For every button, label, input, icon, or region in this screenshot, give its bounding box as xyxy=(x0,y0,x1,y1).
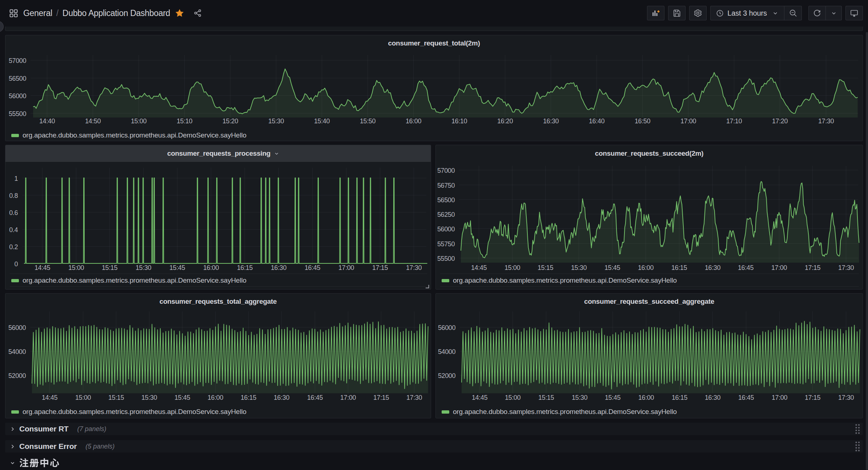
svg-text:57000: 57000 xyxy=(437,167,455,174)
legend-label: org.apache.dubbo.samples.metrics.prometh… xyxy=(453,276,677,284)
svg-text:17:00: 17:00 xyxy=(338,264,354,271)
drag-handle-icon[interactable] xyxy=(855,423,861,434)
svg-text:16:45: 16:45 xyxy=(305,264,320,271)
time-range-picker[interactable]: Last 3 hours xyxy=(710,6,784,20)
svg-text:15:50: 15:50 xyxy=(360,118,375,125)
chart-plot[interactable]: 5550055750560005625056500567505700014:45… xyxy=(436,145,863,289)
row-header-consumer-error[interactable]: Consumer Error (5 panels) xyxy=(5,440,863,453)
drag-handle-icon[interactable] xyxy=(855,441,861,452)
dashboard-settings-button[interactable] xyxy=(689,6,707,20)
svg-text:17:30: 17:30 xyxy=(406,394,422,401)
breadcrumb-page-title[interactable]: Dubbo Application Dashboard xyxy=(63,8,170,18)
legend-label: org.apache.dubbo.samples.metrics.prometh… xyxy=(453,408,677,416)
row-header-registry-center[interactable]: 注册中心 xyxy=(5,455,863,470)
svg-text:1: 1 xyxy=(14,175,18,182)
svg-text:57000: 57000 xyxy=(9,57,26,64)
panel-resize-handle[interactable] xyxy=(425,283,429,288)
svg-text:52000: 52000 xyxy=(8,372,26,379)
save-icon xyxy=(672,9,681,17)
scrollbar[interactable] xyxy=(866,32,868,470)
clock-icon xyxy=(716,9,724,17)
chart-plot[interactable]: 52000540005600014:4515:0015:1515:3015:45… xyxy=(436,294,863,418)
legend-label: org.apache.dubbo.samples.metrics.prometh… xyxy=(23,131,246,139)
cycle-view-button[interactable] xyxy=(845,6,863,20)
breadcrumb-section[interactable]: General xyxy=(23,8,52,18)
svg-text:15:15: 15:15 xyxy=(538,394,554,401)
svg-text:15:30: 15:30 xyxy=(571,264,587,271)
svg-text:16:40: 16:40 xyxy=(589,118,604,125)
legend-swatch xyxy=(11,410,19,414)
chart-legend[interactable]: org.apache.dubbo.samples.metrics.prometh… xyxy=(442,276,677,284)
zoom-out-button[interactable] xyxy=(784,6,802,20)
toolbar: Last 3 hours xyxy=(643,6,863,20)
svg-text:16:00: 16:00 xyxy=(638,264,654,271)
save-dashboard-button[interactable] xyxy=(668,6,686,20)
svg-text:16:45: 16:45 xyxy=(307,394,323,401)
apps-grid-icon[interactable] xyxy=(9,8,19,18)
svg-text:17:30: 17:30 xyxy=(838,394,854,401)
row-panel-count: (5 panels) xyxy=(85,443,114,450)
svg-text:17:00: 17:00 xyxy=(680,118,696,125)
share-icon[interactable] xyxy=(193,9,202,17)
row-title-glyph-2 xyxy=(40,458,49,467)
legend-swatch xyxy=(442,410,449,414)
svg-text:14:45: 14:45 xyxy=(42,394,57,401)
svg-text:15:15: 15:15 xyxy=(108,394,124,401)
chart-plot[interactable]: 5550056000565005700014:4014:5015:0015:10… xyxy=(5,35,863,141)
svg-text:54000: 54000 xyxy=(438,348,455,355)
svg-text:17:30: 17:30 xyxy=(818,118,834,125)
svg-text:16:10: 16:10 xyxy=(451,118,467,125)
panel-consumer-requests-succeed-aggregate: consumer_requests_succeed_aggregate 5200… xyxy=(435,293,863,418)
row-title-glyph-3 xyxy=(50,458,59,467)
svg-text:17:15: 17:15 xyxy=(373,394,389,401)
refresh-button[interactable] xyxy=(808,6,826,20)
svg-text:54000: 54000 xyxy=(8,348,26,355)
svg-text:16:30: 16:30 xyxy=(543,118,559,125)
svg-text:56000: 56000 xyxy=(9,92,26,100)
chart-plot[interactable]: 00.20.40.60.8114:4515:0015:1515:3015:451… xyxy=(5,145,431,289)
svg-text:15:15: 15:15 xyxy=(538,264,553,271)
svg-text:55500: 55500 xyxy=(9,110,26,118)
svg-text:15:45: 15:45 xyxy=(604,264,620,271)
add-panel-button[interactable] xyxy=(647,6,664,20)
row-title-glyph-0 xyxy=(19,458,29,467)
row-header-consumer-rt[interactable]: Consumer RT (7 panels) xyxy=(5,423,863,435)
svg-text:17:00: 17:00 xyxy=(771,264,787,271)
chevron-right-icon xyxy=(9,443,16,450)
svg-text:17:30: 17:30 xyxy=(838,264,854,271)
row-title: 注册中心 xyxy=(19,458,59,467)
svg-text:17:00: 17:00 xyxy=(340,394,356,401)
svg-text:15:30: 15:30 xyxy=(136,264,151,271)
refresh-interval-dropdown[interactable] xyxy=(826,6,842,20)
svg-text:15:30: 15:30 xyxy=(268,118,284,125)
svg-text:16:15: 16:15 xyxy=(241,394,256,401)
chevron-right-icon xyxy=(9,426,16,433)
svg-text:56000: 56000 xyxy=(8,324,26,331)
svg-text:15:00: 15:00 xyxy=(75,394,91,401)
row-panel-count: (7 panels) xyxy=(77,425,106,433)
svg-text:15:30: 15:30 xyxy=(572,394,587,401)
svg-text:17:15: 17:15 xyxy=(805,394,820,401)
chart-legend[interactable]: org.apache.dubbo.samples.metrics.prometh… xyxy=(11,408,246,416)
svg-text:0.2: 0.2 xyxy=(9,243,18,251)
svg-text:55750: 55750 xyxy=(437,240,455,248)
refresh-icon xyxy=(813,9,821,17)
svg-text:14:40: 14:40 xyxy=(39,118,55,125)
chart-plot[interactable]: 52000540005600014:4515:0015:1515:3015:45… xyxy=(5,294,431,418)
breadcrumb: General / Dubbo Application Dashboard xyxy=(23,8,170,18)
svg-text:16:00: 16:00 xyxy=(203,264,219,271)
star-icon[interactable] xyxy=(175,8,184,18)
chart-legend[interactable]: org.apache.dubbo.samples.metrics.prometh… xyxy=(442,408,677,416)
legend-swatch xyxy=(11,134,19,137)
svg-text:16:15: 16:15 xyxy=(237,264,253,271)
chart-legend[interactable]: org.apache.dubbo.samples.metrics.prometh… xyxy=(11,276,246,284)
svg-text:52000: 52000 xyxy=(438,372,455,379)
breadcrumb-divider: / xyxy=(56,8,59,18)
svg-text:15:10: 15:10 xyxy=(177,118,192,125)
svg-text:0: 0 xyxy=(14,260,18,268)
svg-text:56500: 56500 xyxy=(9,75,26,82)
monitor-icon xyxy=(850,9,859,17)
panel-consumer-requests-total-aggregate: consumer_requests_total_aggregate 520005… xyxy=(5,293,431,418)
chart-legend[interactable]: org.apache.dubbo.samples.metrics.prometh… xyxy=(11,131,246,139)
chevron-down-icon xyxy=(830,9,837,17)
